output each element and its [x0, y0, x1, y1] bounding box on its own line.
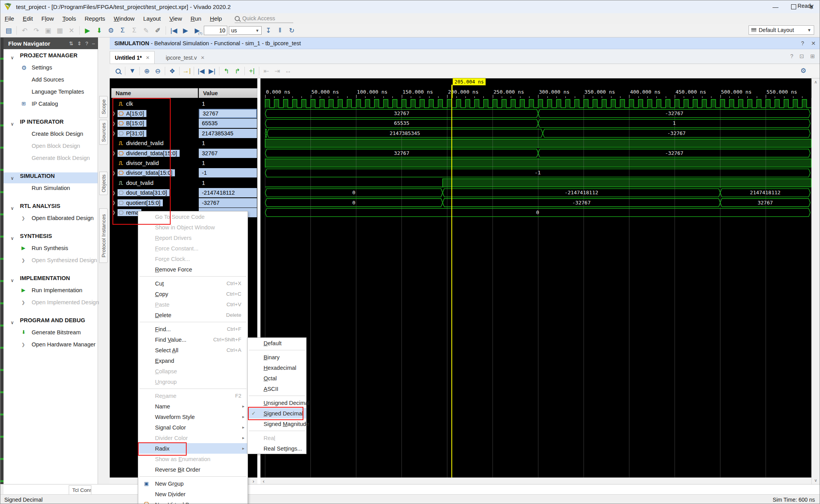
signal-row-dividend-tdata-15-0-[interactable]: ❯dividend_tdata[15:0]32767: [110, 148, 257, 158]
paste-icon[interactable]: ▦: [55, 25, 65, 35]
restart-sim-icon[interactable]: |◀: [169, 25, 179, 35]
run-all-icon[interactable]: ▶: [180, 25, 191, 35]
menu-item-find-[interactable]: Find...Ctrl+F: [138, 324, 248, 334]
menu-item-collapse[interactable]: Collapse: [138, 366, 248, 376]
chevron-right-icon[interactable]: ❯: [21, 300, 25, 305]
signal-value[interactable]: 32767: [199, 149, 257, 158]
settings-gear-icon[interactable]: ⚙: [106, 25, 116, 35]
menu-item-name[interactable]: Name▸: [138, 401, 248, 412]
value-column-header[interactable]: Value: [199, 88, 257, 98]
section-collapse-icon[interactable]: ∨: [11, 320, 14, 325]
expand-icon[interactable]: ❯: [112, 121, 118, 126]
signal-value[interactable]: 1: [199, 178, 257, 188]
menu-reports[interactable]: Reports: [80, 15, 110, 22]
flow-nav-item-generate-block-design[interactable]: Generate Block Design: [32, 155, 90, 161]
section-collapse-icon[interactable]: ∨: [11, 206, 14, 211]
signal-row-divisor-tvalid[interactable]: divisor_tvalid1: [110, 158, 257, 168]
menu-item-signed-decimal[interactable]: ✓Signed Decimal: [248, 408, 306, 419]
flow-navigator-header-icons[interactable]: ⇅⇕?–: [69, 41, 95, 46]
flow-nav-item-settings[interactable]: Settings: [32, 64, 52, 71]
flow-nav-section-ip-integrator[interactable]: IP INTEGRATOR: [20, 119, 64, 125]
menu-item-copy[interactable]: CopyCtrl+C: [138, 289, 248, 299]
expand-icon[interactable]: ❯: [112, 200, 118, 205]
menu-item-waveform-style[interactable]: Waveform Style▸: [138, 412, 248, 422]
menu-item-octal[interactable]: Octal: [248, 373, 306, 383]
menu-item-new-virtual-bus[interactable]: New Virtual Bus: [138, 499, 248, 504]
flow-nav-item-language-templates[interactable]: Language Templates: [32, 89, 84, 95]
signal-chip[interactable]: dividend_tdata[15:0]: [118, 150, 180, 157]
wave-next-transition-icon[interactable]: ▶|: [207, 66, 217, 76]
signal-row-divisor-tdata-15-0-[interactable]: ❯divisor_tdata[15:0]-1: [110, 168, 257, 178]
side-tab-sources[interactable]: Sources: [99, 120, 108, 145]
expand-icon[interactable]: ❯: [112, 111, 118, 116]
menu-file[interactable]: File: [0, 15, 18, 22]
menu-item-go-to-source-code[interactable]: Go To Source Code: [138, 211, 248, 222]
menu-window[interactable]: Window: [109, 15, 139, 22]
sim-header-icons[interactable]: ?✕: [801, 40, 816, 46]
signal-chip[interactable]: quotient[15:0]: [118, 199, 163, 206]
undo-icon[interactable]: ↶: [20, 25, 30, 35]
run-for-time-icon[interactable]: ▶(T): [192, 25, 202, 35]
signal-value[interactable]: 1: [199, 158, 257, 168]
menu-item-default[interactable]: Default: [248, 338, 306, 348]
tcl-console-tab[interactable]: Tcl Consol: [69, 485, 91, 494]
run-time-input[interactable]: [204, 26, 227, 35]
menu-item-new-group[interactable]: ▣New Group: [138, 478, 248, 489]
delete-icon[interactable]: ✕: [66, 25, 77, 35]
signal-chip[interactable]: dividend_tvalid: [118, 140, 166, 147]
flow-nav-item-open-elaborated-design[interactable]: Open Elaborated Design: [32, 215, 94, 221]
help-icon[interactable]: ?: [790, 53, 793, 59]
menu-item-binary[interactable]: Binary: [248, 352, 306, 362]
signal-value[interactable]: -2147418112: [199, 188, 257, 197]
step-icon[interactable]: ↧: [263, 25, 273, 35]
name-column-header[interactable]: Name: [111, 88, 198, 98]
wave-swap-left-icon[interactable]: ⇤: [261, 66, 271, 76]
help-icon[interactable]: ?: [801, 40, 804, 46]
signal-chip[interactable]: clk: [118, 100, 135, 107]
flow-nav-header-icon[interactable]: –: [92, 41, 95, 46]
signal-value[interactable]: -1: [199, 168, 257, 177]
flow-nav-item-generate-bitstream[interactable]: Generate Bitstream: [32, 329, 81, 335]
wave-zoom-in-icon[interactable]: ⊕: [142, 66, 152, 76]
wave-save-icon[interactable]: ▼: [127, 66, 137, 76]
menu-item-remove-force[interactable]: Remove Force: [138, 264, 248, 275]
menu-item-show-as-enumeration[interactable]: Show as Enumeration: [138, 454, 248, 464]
flow-nav-section-program-and-debug[interactable]: PROGRAM AND DEBUG: [20, 317, 85, 323]
signal-value[interactable]: 32767: [199, 109, 257, 118]
flow-nav-header-icon[interactable]: ⇕: [77, 41, 82, 46]
time-unit-select[interactable]: us▼: [229, 26, 262, 35]
signal-value[interactable]: 1: [199, 99, 257, 108]
side-tab-scope[interactable]: Scope: [99, 96, 108, 118]
signal-row-A-15-0-[interactable]: ❯A[15:0]32767: [110, 108, 257, 118]
chevron-right-icon[interactable]: ❯: [21, 342, 25, 347]
wave-add-marker-icon[interactable]: +|: [247, 66, 257, 76]
flow-nav-item-add-sources[interactable]: Add Sources: [32, 76, 64, 83]
expand-icon[interactable]: ❯: [112, 170, 118, 176]
flow-nav-section-project-manager[interactable]: PROJECT MANAGER: [20, 52, 77, 59]
menu-item-paste[interactable]: PasteCtrl+V: [138, 299, 248, 310]
generate-bitstream-icon[interactable]: ⬇: [94, 25, 104, 35]
chevron-right-icon[interactable]: ❯: [21, 216, 25, 221]
section-collapse-icon[interactable]: ∨: [11, 278, 14, 283]
menu-item-divider-color[interactable]: Divider Color▸: [138, 433, 248, 443]
minimize-button[interactable]: —: [767, 0, 784, 13]
menu-flow[interactable]: Flow: [37, 15, 58, 22]
menu-item-show-in-object-window[interactable]: Show in Object Window: [138, 222, 248, 232]
close-pane-icon[interactable]: ✕: [811, 40, 816, 46]
pen-icon[interactable]: ✎: [141, 25, 151, 35]
menu-item-ascii[interactable]: ASCII: [248, 383, 306, 394]
wave-span-icon[interactable]: ↔: [283, 66, 293, 76]
signal-chip[interactable]: dout_tvalid: [118, 179, 156, 186]
layout-combo[interactable]: Default Layout ▼: [749, 25, 814, 35]
run-icon[interactable]: ▶: [82, 25, 93, 35]
flow-nav-header-icon[interactable]: ⇅: [69, 41, 73, 46]
section-collapse-icon[interactable]: ∨: [11, 176, 14, 181]
report-sum-icon[interactable]: Σ: [118, 25, 128, 35]
redo-icon[interactable]: ↷: [31, 25, 41, 35]
wave-add-before-icon[interactable]: ↰: [221, 66, 232, 76]
signal-row-quotient-15-0-[interactable]: ❯quotient[15:0]-32767: [110, 198, 257, 208]
menu-edit[interactable]: Edit: [18, 15, 37, 22]
expand-icon[interactable]: ❯: [112, 151, 118, 156]
pause-icon[interactable]: ‖: [275, 25, 285, 35]
flow-nav-section-implementation[interactable]: IMPLEMENTATION: [20, 275, 70, 281]
